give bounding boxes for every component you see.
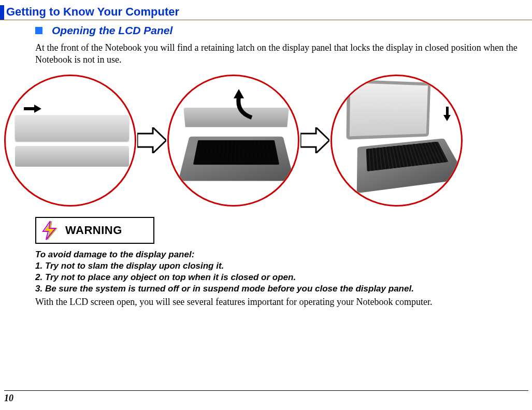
slide-right-arrow-icon (34, 105, 41, 113)
press-down-arrow-icon (443, 115, 451, 121)
page-header: Getting to Know Your Computer (0, 5, 532, 20)
closing-paragraph: With the LCD screen open, you will see s… (35, 297, 532, 307)
step-2-lift-lid (167, 75, 299, 207)
lift-up-arrow-icon (231, 89, 257, 122)
step-3-opened-laptop (330, 75, 463, 207)
section-heading-row: Opening the LCD Panel (35, 24, 532, 37)
bullet-square-icon (35, 27, 42, 34)
chapter-title: Getting to Know Your Computer (6, 5, 179, 20)
page-number: 10 (4, 390, 528, 404)
svg-marker-2 (300, 127, 329, 153)
warning-lead: To avoid damage to the display panel: (35, 249, 532, 260)
header-accent-block (0, 5, 4, 20)
warning-item-3: 3. Be sure the system is turned off or i… (35, 283, 532, 295)
warning-item-1: 1. Try not to slam the display upon clos… (35, 260, 532, 272)
sequence-arrow-2 (299, 127, 330, 153)
intro-paragraph: At the front of the Notebook you will fi… (35, 42, 532, 66)
warning-item-2: 2. Try not to place any object on top wh… (35, 272, 532, 283)
warning-label: WARNING (65, 224, 122, 237)
arrow-right-icon (300, 127, 329, 153)
arrow-right-icon (137, 127, 166, 153)
section-subheading: Opening the LCD Panel (52, 24, 172, 37)
lightning-icon (40, 220, 61, 241)
instruction-figure-row (4, 75, 532, 207)
svg-marker-1 (234, 89, 244, 98)
warning-badge: WARNING (35, 217, 154, 244)
sequence-arrow-1 (136, 127, 167, 153)
svg-marker-0 (137, 127, 166, 153)
step-1-latch-closeup (4, 75, 136, 207)
